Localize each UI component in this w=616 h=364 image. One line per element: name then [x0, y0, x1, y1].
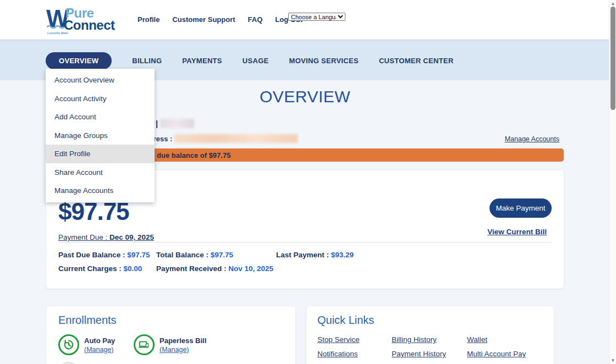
scroll-down-arrow-icon[interactable]: ▼	[609, 358, 616, 363]
enrollments-panel: Enrollments Auto Pay (Manage)	[46, 306, 295, 364]
menu-item-manage-accounts[interactable]: Manage Accounts	[46, 181, 155, 200]
customer-support-link[interactable]: Customer Support	[172, 15, 235, 24]
menu-item-share-account[interactable]: Share Account	[46, 163, 155, 182]
autopay-label: Auto Pay	[84, 337, 115, 345]
paperless-manage-link[interactable]: (Manage)	[160, 346, 206, 354]
header: W Pure Connect ™ Louisville Water Profil…	[0, 0, 616, 40]
tab-moving-services[interactable]: MOVING SERVICES	[289, 57, 359, 65]
redacted-service-address	[174, 134, 298, 143]
quick-link-multi-account-pay[interactable]: Multi Account Pay	[467, 350, 542, 358]
autopay-manage-link[interactable]: (Manage)	[84, 346, 115, 354]
autopay-icon	[58, 334, 79, 355]
tab-billing[interactable]: BILLING	[132, 57, 162, 65]
quick-links-title: Quick Links	[317, 314, 542, 327]
language-select[interactable]: Choose a Language	[288, 13, 345, 21]
stat-payment-received: Payment Received : Nov 10, 2025	[156, 264, 276, 273]
tab-customer-center[interactable]: CUSTOMER CENTER	[379, 57, 454, 65]
stat-current-charges: Current Charges : $0.00	[58, 264, 156, 273]
balance-stats: Past Due Balance : $97.75 Total Balance …	[58, 251, 354, 273]
quick-link-payment-history[interactable]: Payment History	[392, 350, 467, 358]
enrollments-title: Enrollments	[58, 314, 283, 327]
paperless-bill-label: Paperless Bill	[160, 337, 206, 345]
profile-link[interactable]: Profile	[138, 15, 160, 24]
account-separator: |	[156, 119, 158, 128]
logo-tagline: Louisville Water	[47, 31, 68, 35]
view-current-bill-link[interactable]: View Current Bill	[487, 228, 547, 236]
scrollbar-thumb[interactable]	[610, 7, 615, 110]
menu-item-account-activity[interactable]: Account Activity	[46, 90, 155, 108]
payment-due-link[interactable]: Payment Due : Dec 09, 2025	[58, 233, 552, 241]
make-payment-button[interactable]: Make Payment	[490, 198, 552, 218]
vertical-scrollbar[interactable]: ▲ ▼	[609, 0, 616, 364]
payment-due-date: Dec 09, 2025	[109, 233, 154, 241]
stat-past-due-balance: Past Due Balance : $97.75	[58, 251, 156, 259]
partial-enrollment-icon	[58, 362, 79, 364]
scroll-up-arrow-icon[interactable]: ▲	[609, 1, 616, 6]
top-nav: Profile Customer Support FAQ Log Out	[138, 15, 302, 24]
redacted-account-name	[160, 119, 194, 128]
menu-item-manage-groups[interactable]: Manage Groups	[46, 126, 155, 145]
stat-last-payment: Last Payment : $93.29	[276, 251, 354, 259]
tab-usage[interactable]: USAGE	[243, 57, 269, 65]
account-name-row: |	[156, 119, 194, 128]
quick-links-panel: Quick Links Stop Service Billing History…	[306, 306, 554, 364]
logo-connect-text: Connect	[64, 18, 115, 33]
past-due-alert-text: due balance of $97.75	[157, 151, 230, 159]
stat-total-balance: Total Balance : $97.75	[156, 251, 276, 259]
tab-payments[interactable]: PAYMENTS	[182, 57, 222, 65]
quick-link-wallet[interactable]: Wallet	[467, 335, 542, 344]
logo-wave-icon	[47, 24, 65, 30]
payment-due-label: Payment Due :	[58, 233, 109, 241]
enrollment-partial-item: Budget payment	[58, 362, 283, 364]
card-divider	[58, 242, 552, 242]
menu-item-account-overview[interactable]: Account Overview	[46, 71, 155, 90]
tab-overview[interactable]: OVERVIEW	[46, 52, 112, 69]
quick-link-notifications[interactable]: Notifications	[317, 350, 392, 358]
manage-accounts-link[interactable]: Manage Accounts	[505, 135, 559, 143]
logo-trademark: ™	[112, 29, 115, 32]
pureconnect-logo: W Pure Connect ™ Louisville Water	[46, 7, 118, 35]
overview-dropdown-menu: Account Overview Account Activity Add Ac…	[46, 69, 155, 202]
menu-item-edit-profile[interactable]: Edit Profile	[46, 145, 155, 163]
quick-links-grid: Stop Service Billing History Wallet Noti…	[317, 335, 542, 358]
menu-item-add-account[interactable]: Add Account	[46, 108, 155, 126]
main-nav: OVERVIEW BILLING PAYMENTS USAGE MOVING S…	[46, 52, 454, 69]
enrollment-paperless-bill: Paperless Bill (Manage)	[134, 334, 209, 355]
paperless-bill-icon	[134, 334, 155, 355]
quick-link-stop-service[interactable]: Stop Service	[317, 335, 392, 344]
enrollment-auto-pay: Auto Pay (Manage)	[58, 334, 134, 355]
faq-link[interactable]: FAQ	[248, 15, 263, 24]
quick-link-billing-history[interactable]: Billing History	[392, 335, 467, 344]
